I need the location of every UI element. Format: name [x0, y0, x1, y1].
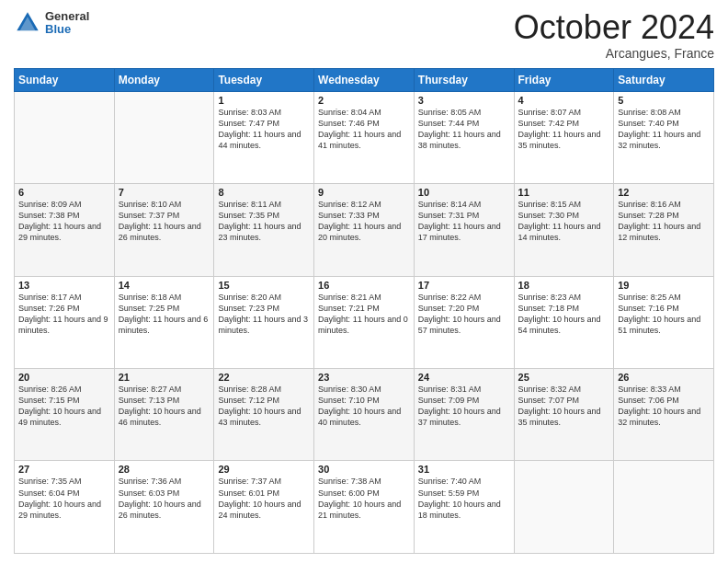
- calendar-week-2: 6Sunrise: 8:09 AMSunset: 7:38 PMDaylight…: [15, 184, 714, 276]
- day-number: 12: [618, 187, 710, 198]
- day-number: 29: [218, 464, 310, 475]
- calendar-cell: [514, 461, 614, 554]
- day-info: Sunrise: 7:36 AMSunset: 6:03 PMDaylight:…: [119, 476, 210, 521]
- calendar-cell: 1Sunrise: 8:03 AMSunset: 7:47 PMDaylight…: [214, 91, 314, 183]
- calendar-week-1: 1Sunrise: 8:03 AMSunset: 7:47 PMDaylight…: [15, 91, 714, 183]
- day-info: Sunrise: 8:10 AMSunset: 7:37 PMDaylight:…: [119, 199, 210, 244]
- day-info: Sunrise: 8:15 AMSunset: 7:30 PMDaylight:…: [518, 199, 610, 244]
- day-number: 1: [218, 95, 310, 106]
- calendar-cell: 26Sunrise: 8:33 AMSunset: 7:06 PMDayligh…: [614, 369, 714, 461]
- day-number: 3: [418, 95, 510, 106]
- page: General Blue October 2024 Arcangues, Fra…: [0, 0, 728, 563]
- day-number: 22: [218, 372, 310, 383]
- title-location: Arcangues, France: [514, 46, 714, 61]
- calendar-header-thursday: Thursday: [414, 68, 514, 91]
- day-number: 4: [518, 95, 610, 106]
- title-month: October 2024: [514, 9, 714, 46]
- calendar-cell: 3Sunrise: 8:05 AMSunset: 7:44 PMDaylight…: [414, 91, 514, 183]
- day-info: Sunrise: 8:31 AMSunset: 7:09 PMDaylight:…: [418, 384, 510, 429]
- day-number: 18: [518, 280, 610, 291]
- calendar-header-sunday: Sunday: [15, 68, 115, 91]
- calendar-cell: 4Sunrise: 8:07 AMSunset: 7:42 PMDaylight…: [514, 91, 614, 183]
- day-number: 24: [418, 372, 510, 383]
- day-number: 19: [618, 280, 710, 291]
- day-number: 11: [518, 187, 610, 198]
- logo-icon: [14, 9, 41, 37]
- day-info: Sunrise: 8:20 AMSunset: 7:23 PMDaylight:…: [218, 292, 310, 337]
- calendar-cell: 15Sunrise: 8:20 AMSunset: 7:23 PMDayligh…: [214, 276, 314, 368]
- day-number: 20: [18, 372, 110, 383]
- calendar-cell: 12Sunrise: 8:16 AMSunset: 7:28 PMDayligh…: [614, 184, 714, 276]
- calendar-cell: 25Sunrise: 8:32 AMSunset: 7:07 PMDayligh…: [514, 369, 614, 461]
- day-info: Sunrise: 8:32 AMSunset: 7:07 PMDaylight:…: [518, 384, 610, 429]
- day-info: Sunrise: 8:17 AMSunset: 7:26 PMDaylight:…: [18, 292, 110, 337]
- calendar-cell: 9Sunrise: 8:12 AMSunset: 7:33 PMDaylight…: [314, 184, 415, 276]
- day-number: 8: [218, 187, 310, 198]
- day-info: Sunrise: 8:21 AMSunset: 7:21 PMDaylight:…: [318, 292, 410, 337]
- calendar-header-monday: Monday: [114, 68, 214, 91]
- day-info: Sunrise: 8:18 AMSunset: 7:25 PMDaylight:…: [119, 292, 210, 337]
- calendar-cell: 10Sunrise: 8:14 AMSunset: 7:31 PMDayligh…: [414, 184, 514, 276]
- calendar-cell: [614, 461, 714, 554]
- calendar-cell: 28Sunrise: 7:36 AMSunset: 6:03 PMDayligh…: [114, 461, 214, 554]
- day-info: Sunrise: 7:35 AMSunset: 6:04 PMDaylight:…: [18, 476, 110, 521]
- calendar-cell: 8Sunrise: 8:11 AMSunset: 7:35 PMDaylight…: [214, 184, 314, 276]
- calendar-header-row: SundayMondayTuesdayWednesdayThursdayFrid…: [15, 68, 714, 91]
- day-number: 25: [518, 372, 610, 383]
- day-number: 5: [618, 95, 710, 106]
- day-number: 30: [318, 464, 410, 475]
- day-number: 28: [119, 464, 210, 475]
- day-info: Sunrise: 8:16 AMSunset: 7:28 PMDaylight:…: [618, 199, 710, 244]
- day-number: 7: [119, 187, 210, 198]
- day-info: Sunrise: 8:30 AMSunset: 7:10 PMDaylight:…: [318, 384, 410, 429]
- day-number: 2: [318, 95, 410, 106]
- calendar-header-saturday: Saturday: [614, 68, 714, 91]
- calendar-cell: [114, 91, 214, 183]
- day-info: Sunrise: 7:37 AMSunset: 6:01 PMDaylight:…: [218, 476, 310, 521]
- day-info: Sunrise: 7:38 AMSunset: 6:00 PMDaylight:…: [318, 476, 410, 521]
- day-number: 15: [218, 280, 310, 291]
- day-info: Sunrise: 8:11 AMSunset: 7:35 PMDaylight:…: [218, 199, 310, 244]
- day-info: Sunrise: 8:09 AMSunset: 7:38 PMDaylight:…: [18, 199, 110, 244]
- day-info: Sunrise: 8:14 AMSunset: 7:31 PMDaylight:…: [418, 199, 510, 244]
- calendar-week-4: 20Sunrise: 8:26 AMSunset: 7:15 PMDayligh…: [15, 369, 714, 461]
- day-number: 26: [618, 372, 710, 383]
- day-info: Sunrise: 8:08 AMSunset: 7:40 PMDaylight:…: [618, 107, 710, 152]
- calendar-cell: 20Sunrise: 8:26 AMSunset: 7:15 PMDayligh…: [15, 369, 115, 461]
- day-info: Sunrise: 8:27 AMSunset: 7:13 PMDaylight:…: [119, 384, 210, 429]
- day-number: 16: [318, 280, 410, 291]
- day-info: Sunrise: 8:12 AMSunset: 7:33 PMDaylight:…: [318, 199, 410, 244]
- day-info: Sunrise: 8:03 AMSunset: 7:47 PMDaylight:…: [218, 107, 310, 152]
- calendar-cell: 30Sunrise: 7:38 AMSunset: 6:00 PMDayligh…: [314, 461, 415, 554]
- day-number: 23: [318, 372, 410, 383]
- title-block: October 2024 Arcangues, France: [514, 9, 714, 61]
- day-number: 14: [119, 280, 210, 291]
- calendar-cell: 19Sunrise: 8:25 AMSunset: 7:16 PMDayligh…: [614, 276, 714, 368]
- calendar-cell: [15, 91, 115, 183]
- day-number: 21: [119, 372, 210, 383]
- logo-text: General Blue: [45, 10, 89, 37]
- day-info: Sunrise: 8:28 AMSunset: 7:12 PMDaylight:…: [218, 384, 310, 429]
- day-info: Sunrise: 8:26 AMSunset: 7:15 PMDaylight:…: [18, 384, 110, 429]
- day-info: Sunrise: 8:23 AMSunset: 7:18 PMDaylight:…: [518, 292, 610, 337]
- calendar-cell: 21Sunrise: 8:27 AMSunset: 7:13 PMDayligh…: [114, 369, 214, 461]
- logo: General Blue: [14, 9, 89, 37]
- day-number: 10: [418, 187, 510, 198]
- day-info: Sunrise: 8:05 AMSunset: 7:44 PMDaylight:…: [418, 107, 510, 152]
- calendar-cell: 23Sunrise: 8:30 AMSunset: 7:10 PMDayligh…: [314, 369, 415, 461]
- calendar-cell: 5Sunrise: 8:08 AMSunset: 7:40 PMDaylight…: [614, 91, 714, 183]
- calendar-cell: 13Sunrise: 8:17 AMSunset: 7:26 PMDayligh…: [15, 276, 115, 368]
- day-info: Sunrise: 8:22 AMSunset: 7:20 PMDaylight:…: [418, 292, 510, 337]
- day-number: 9: [318, 187, 410, 198]
- calendar-cell: 16Sunrise: 8:21 AMSunset: 7:21 PMDayligh…: [314, 276, 415, 368]
- day-number: 31: [418, 464, 510, 475]
- calendar-cell: 6Sunrise: 8:09 AMSunset: 7:38 PMDaylight…: [15, 184, 115, 276]
- calendar-week-5: 27Sunrise: 7:35 AMSunset: 6:04 PMDayligh…: [15, 461, 714, 554]
- day-number: 6: [18, 187, 110, 198]
- calendar-cell: 7Sunrise: 8:10 AMSunset: 7:37 PMDaylight…: [114, 184, 214, 276]
- day-number: 13: [18, 280, 110, 291]
- calendar-cell: 22Sunrise: 8:28 AMSunset: 7:12 PMDayligh…: [214, 369, 314, 461]
- calendar-cell: 17Sunrise: 8:22 AMSunset: 7:20 PMDayligh…: [414, 276, 514, 368]
- day-info: Sunrise: 7:40 AMSunset: 5:59 PMDaylight:…: [418, 476, 510, 521]
- logo-blue: Blue: [45, 23, 89, 36]
